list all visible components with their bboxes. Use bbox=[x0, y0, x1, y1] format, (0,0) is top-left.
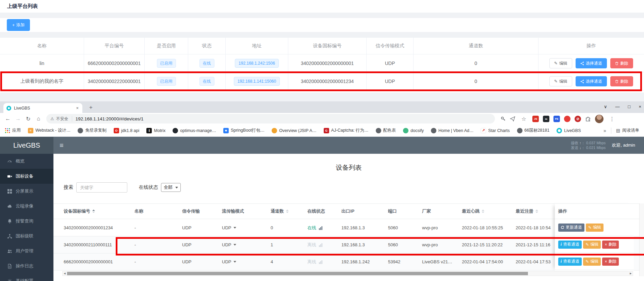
app-header: LiveGBS ≡ 接收 ↑： 0.037 Mbps 发送 ↓： 0.021 M… bbox=[0, 137, 644, 154]
bookmark-jdk-api[interactable]: Ojdk1.8 api bbox=[114, 128, 140, 133]
bookmark-aj-captcha[interactable]: GAJ-Captcha: 行为… bbox=[324, 128, 369, 133]
security-chip[interactable]: ⚠ 不安全 bbox=[50, 116, 68, 122]
bookmarks-overflow-icon[interactable]: » bbox=[603, 128, 606, 133]
update-channels-button[interactable]: 更新通道 bbox=[558, 224, 584, 232]
sidebar-item-cloud-recording[interactable]: 云端录像 bbox=[0, 199, 53, 214]
extensions-puzzle-icon[interactable] bbox=[585, 116, 591, 122]
grid-icon bbox=[7, 189, 12, 194]
tab-close-icon[interactable]: × bbox=[75, 105, 79, 111]
col-header-heartbeat[interactable]: 最近心跳 bbox=[462, 208, 516, 214]
address-badge: 192.168.1.242:1506 bbox=[235, 59, 279, 68]
bookmark-apps[interactable]: 应用 bbox=[5, 128, 21, 133]
pencil-icon: ✎ bbox=[554, 61, 558, 65]
select-channel-button[interactable]: 选择通道 bbox=[576, 58, 607, 68]
delete-button[interactable]: 删除 bbox=[610, 58, 633, 68]
back-button[interactable]: ← bbox=[3, 114, 12, 123]
url-text: 192.168.1.141:20000/#/devices/1 bbox=[76, 116, 144, 121]
address-bar[interactable]: ⚠ 不安全 192.168.1.141:20000/#/devices/1 bbox=[46, 114, 495, 123]
edit-button[interactable]: ✎编辑 bbox=[583, 241, 601, 249]
bookmark-docsify[interactable]: docsify bbox=[403, 128, 424, 133]
delete-button[interactable]: ×删除 bbox=[602, 258, 619, 266]
bookmark-webstack[interactable]: ≡Webstack - 设计… bbox=[28, 128, 70, 133]
forward-button[interactable]: → bbox=[14, 114, 22, 123]
bandwidth-chart-icon[interactable] bbox=[319, 226, 323, 230]
stream-mode-dropdown[interactable]: UDP bbox=[222, 259, 236, 264]
add-button[interactable]: + 添加 bbox=[7, 19, 30, 31]
bookmark-motrix[interactable]: ∥Motrix bbox=[146, 128, 165, 133]
edit-button[interactable]: ✎编辑 bbox=[583, 258, 601, 266]
cell-channels: 0 bbox=[414, 54, 538, 72]
col-header-status: 状态 bbox=[188, 38, 226, 54]
browser-menu-icon[interactable]: ⋮ bbox=[608, 114, 616, 123]
bookmark-palette[interactable]: 配色表 bbox=[376, 128, 396, 133]
minimize-icon[interactable]: — bbox=[615, 104, 620, 109]
stream-mode-dropdown[interactable]: UDP bbox=[222, 242, 236, 247]
col-header-channels[interactable]: 通道数 bbox=[271, 208, 307, 214]
welcome-user[interactable]: 欢迎, admin bbox=[612, 142, 635, 148]
webstack-icon: ≡ bbox=[28, 128, 33, 133]
reload-button[interactable]: ↻ bbox=[24, 114, 33, 123]
bookmark-gb28181[interactable]: 66国标28181 bbox=[517, 128, 550, 133]
bookmark-github[interactable]: optimus-manage… bbox=[173, 128, 216, 133]
delete-button[interactable]: ×删除 bbox=[602, 241, 619, 249]
scroll-right-arrow[interactable]: ▶ bbox=[629, 271, 633, 276]
bookmark-springboot[interactable]: ◆SpringBoot打包… bbox=[223, 128, 264, 133]
sidebar-item-logs[interactable]: 操作日志 bbox=[0, 259, 53, 274]
gauge-icon bbox=[7, 159, 12, 164]
online-status-select[interactable]: 全部 bbox=[161, 183, 181, 192]
horizontal-scrollbar[interactable]: ◀ ▶ bbox=[62, 271, 633, 276]
select-channel-button[interactable]: 选择通道 bbox=[576, 76, 607, 86]
sidebar-item-users[interactable]: 用户管理 bbox=[0, 244, 53, 259]
edit-button[interactable]: ✎编辑 bbox=[586, 224, 603, 232]
bandwidth-chart-icon[interactable] bbox=[319, 243, 323, 247]
edit-button[interactable]: ✎编辑 bbox=[549, 58, 572, 68]
sidebar-toggle-icon[interactable]: ≡ bbox=[53, 142, 70, 149]
address-badge: 192.168.1.141:15060 bbox=[234, 77, 280, 86]
send-icon[interactable] bbox=[510, 116, 515, 121]
bookmark-star-icon[interactable]: ☆ bbox=[519, 114, 528, 123]
stream-mode-dropdown[interactable]: UDP bbox=[222, 225, 236, 230]
sidebar-item-overview[interactable]: 概览 bbox=[0, 154, 53, 169]
view-channels-button[interactable]: i查看通道 bbox=[558, 241, 582, 249]
app-logo: LiveGBS bbox=[0, 137, 53, 154]
bookmark-vben[interactable]: Home | Vben Ad… bbox=[431, 128, 473, 133]
close-icon[interactable]: × bbox=[639, 104, 641, 109]
divider bbox=[72, 116, 72, 121]
col-header-device-id[interactable]: 设备国标编号 bbox=[53, 208, 134, 214]
bookmark-star-charts[interactable]: ↗Star Charts bbox=[481, 128, 510, 133]
home-button[interactable]: ⌂ bbox=[34, 114, 43, 123]
bandwidth-chart-icon[interactable] bbox=[319, 260, 323, 264]
extension-dark-icon[interactable]: ∞ bbox=[543, 116, 549, 122]
profile-avatar[interactable] bbox=[595, 115, 603, 123]
delete-button[interactable]: 删除 bbox=[610, 76, 633, 86]
pencil-icon: ✎ bbox=[585, 259, 589, 264]
sidebar-item-cascade[interactable]: 国标级联 bbox=[0, 229, 53, 244]
reading-list-button[interactable]: ▤ 阅读清单 bbox=[616, 128, 639, 133]
cascade-table: 名称 平台编号 是否启用 状态 地址 设备国标编号 信令传输模式 通道数 操作 … bbox=[0, 38, 644, 93]
bookmark-livegbs[interactable]: LiveGBS bbox=[557, 128, 581, 133]
new-tab-button[interactable]: + bbox=[86, 103, 95, 112]
extension-adblock-icon[interactable] bbox=[564, 116, 570, 122]
bookmark-jsip[interactable]: Overview (JSIP A… bbox=[272, 128, 317, 133]
maximize-icon[interactable]: □ bbox=[628, 104, 631, 109]
extension-fe-icon[interactable]: FE bbox=[553, 116, 560, 122]
search-input[interactable] bbox=[76, 182, 127, 193]
cascade-table-header: 名称 平台编号 是否启用 状态 地址 设备国标编号 信令传输模式 通道数 操作 bbox=[0, 38, 644, 54]
extension-blocker-icon[interactable]: ⊘ bbox=[575, 116, 581, 122]
sidebar-item-split-screen[interactable]: 分屏展示 bbox=[0, 184, 53, 199]
bookmark-copy[interactable]: 免登录复制 bbox=[78, 128, 107, 133]
extension-js-icon[interactable]: JS bbox=[532, 116, 539, 122]
scrollbar-thumb[interactable] bbox=[67, 272, 528, 275]
online-status-text: 在线 bbox=[307, 225, 316, 231]
tab-strip: LiveGBS × + ∨ — □ × bbox=[0, 101, 644, 113]
key-icon[interactable] bbox=[500, 116, 506, 121]
tab-livegbs[interactable]: LiveGBS × bbox=[3, 103, 82, 113]
scroll-left-arrow[interactable]: ◀ bbox=[63, 271, 67, 276]
view-channels-button[interactable]: i查看通道 bbox=[558, 258, 582, 266]
sidebar-item-devices[interactable]: 国标设备 bbox=[0, 169, 53, 184]
tab-search-icon[interactable]: ∨ bbox=[604, 104, 607, 109]
send-stat: 发送 ↓： 0.021 Mbps bbox=[571, 145, 606, 150]
edit-button[interactable]: ✎编辑 bbox=[549, 76, 572, 86]
sidebar-item-settings[interactable]: 基础配置 bbox=[0, 274, 53, 281]
sidebar-item-alarms[interactable]: 报警查询 bbox=[0, 214, 53, 229]
